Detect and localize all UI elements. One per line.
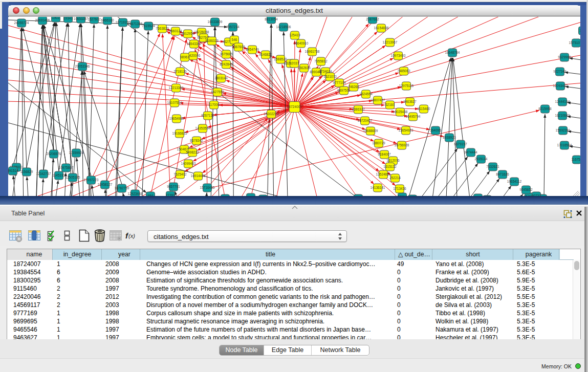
svg-text:10958127: 10958127 xyxy=(98,183,113,186)
svg-text:6897508: 6897508 xyxy=(337,89,351,92)
svg-text:12505185: 12505185 xyxy=(66,176,80,179)
svg-text:8427552: 8427552 xyxy=(211,90,224,94)
svg-text:17957223: 17957223 xyxy=(84,178,99,182)
svg-text:9227343: 9227343 xyxy=(553,70,567,73)
svg-text:7955812: 7955812 xyxy=(314,59,328,63)
svg-text:1880729: 1880729 xyxy=(372,141,385,145)
svg-text:9857791: 9857791 xyxy=(167,185,180,188)
svg-text:16543362: 16543362 xyxy=(187,42,202,46)
svg-text:1903: 1903 xyxy=(52,17,60,19)
svg-text:1527602: 1527602 xyxy=(88,17,101,21)
svg-text:10807457: 10807457 xyxy=(371,98,385,102)
svg-text:24055724: 24055724 xyxy=(14,21,29,25)
svg-text:3675685: 3675685 xyxy=(220,52,233,56)
svg-text:10025438: 10025438 xyxy=(393,110,408,114)
svg-text:12444194: 12444194 xyxy=(555,100,570,103)
svg-text:16107554: 16107554 xyxy=(167,101,182,104)
svg-text:16640910: 16640910 xyxy=(294,41,309,45)
svg-text:164095: 164095 xyxy=(430,128,441,132)
svg-text:6679197: 6679197 xyxy=(454,142,467,146)
svg-text:15302273: 15302273 xyxy=(264,112,279,116)
svg-text:13654923: 13654923 xyxy=(399,128,413,132)
svg-text:8938923: 8938923 xyxy=(443,136,456,139)
svg-text:12213369: 12213369 xyxy=(169,86,184,90)
svg-text:62160: 62160 xyxy=(385,103,395,106)
svg-text:7515524: 7515524 xyxy=(142,24,155,28)
svg-text:546: 546 xyxy=(232,38,237,41)
svg-text:19343: 19343 xyxy=(63,17,73,20)
svg-text:1713436: 1713436 xyxy=(393,187,406,190)
svg-text:8471626: 8471626 xyxy=(496,172,509,176)
svg-text:9463627: 9463627 xyxy=(403,100,417,103)
svg-text:15720407: 15720407 xyxy=(358,119,373,122)
svg-text:15716485: 15716485 xyxy=(200,186,215,189)
svg-text:17359924: 17359924 xyxy=(69,151,84,155)
svg-text:19166825: 19166825 xyxy=(172,132,187,135)
svg-text:12093423: 12093423 xyxy=(553,84,568,87)
svg-text:7857234: 7857234 xyxy=(226,25,239,29)
svg-text:2386322: 2386322 xyxy=(352,107,365,111)
svg-text:16782759: 16782759 xyxy=(115,186,129,190)
svg-text:5498222: 5498222 xyxy=(186,150,199,154)
svg-text:1156829: 1156829 xyxy=(20,170,33,173)
svg-text:8813054: 8813054 xyxy=(265,17,278,21)
svg-text:7663822: 7663822 xyxy=(156,27,169,30)
svg-text:8215958: 8215958 xyxy=(538,107,552,111)
svg-text:12342737: 12342737 xyxy=(36,172,51,176)
svg-text:7485063: 7485063 xyxy=(397,69,410,73)
svg-text:746266: 746266 xyxy=(348,85,359,89)
svg-text:16914479: 16914479 xyxy=(191,174,206,178)
svg-text:1588520: 1588520 xyxy=(274,57,287,61)
svg-text:9184067: 9184067 xyxy=(378,152,391,156)
svg-text:991514: 991514 xyxy=(8,169,18,172)
svg-text:1145193: 1145193 xyxy=(53,173,66,177)
svg-text:2718126: 2718126 xyxy=(173,70,187,73)
svg-text:10653287: 10653287 xyxy=(74,17,89,20)
svg-text:8267130: 8267130 xyxy=(201,114,214,117)
svg-text:117006: 117006 xyxy=(208,103,220,106)
svg-text:14353594: 14353594 xyxy=(195,126,210,130)
svg-text:9245652: 9245652 xyxy=(519,188,533,191)
svg-text:17016504: 17016504 xyxy=(557,143,572,147)
svg-text:15751074: 15751074 xyxy=(569,41,580,45)
svg-text:10688609: 10688609 xyxy=(363,129,378,133)
svg-text:16154838: 16154838 xyxy=(374,26,389,30)
svg-text:1824554: 1824554 xyxy=(359,92,373,96)
svg-text:9660124: 9660124 xyxy=(169,29,182,33)
svg-text:9146821: 9146821 xyxy=(259,53,272,56)
svg-text:16210643: 16210643 xyxy=(555,114,570,117)
svg-text:12213967: 12213967 xyxy=(383,40,398,44)
svg-text:14218506: 14218506 xyxy=(276,25,291,29)
svg-text:8912954: 8912954 xyxy=(181,32,194,35)
svg-text:12975115: 12975115 xyxy=(399,84,414,87)
svg-text:10975867: 10975867 xyxy=(59,166,74,169)
svg-text:18724007: 18724007 xyxy=(287,105,302,108)
svg-text:8678342: 8678342 xyxy=(190,139,203,142)
svg-text:19654985: 19654985 xyxy=(169,117,184,120)
svg-text:20053346: 20053346 xyxy=(75,64,90,68)
svg-text:20691406: 20691406 xyxy=(35,18,50,22)
svg-text:10973493: 10973493 xyxy=(391,54,406,57)
svg-text:8242848: 8242848 xyxy=(220,62,233,66)
svg-text:7625402: 7625402 xyxy=(173,172,187,176)
svg-text:15592391: 15592391 xyxy=(556,128,571,132)
svg-text:10654112: 10654112 xyxy=(507,180,522,183)
svg-text:9115460: 9115460 xyxy=(418,107,430,111)
svg-text:8454749: 8454749 xyxy=(246,48,259,51)
svg-text:2935114: 2935114 xyxy=(475,157,488,161)
svg-text:2087682: 2087682 xyxy=(366,17,379,21)
svg-text:12923448: 12923448 xyxy=(128,192,143,195)
svg-text:13524851: 13524851 xyxy=(376,172,391,176)
svg-text:16033809: 16033809 xyxy=(208,20,223,24)
svg-text:125419: 125419 xyxy=(289,33,300,37)
svg-text:16495794: 16495794 xyxy=(406,115,421,118)
svg-text:(x): (x) xyxy=(128,233,135,239)
svg-text:116753: 116753 xyxy=(571,158,580,161)
svg-text:98961: 98961 xyxy=(180,55,189,59)
svg-text:1621073: 1621073 xyxy=(323,75,337,78)
svg-text:7632621: 7632621 xyxy=(486,165,499,168)
svg-text:16756928: 16756928 xyxy=(395,143,409,147)
svg-text:15226058: 15226058 xyxy=(194,30,209,34)
svg-text:16648784: 16648784 xyxy=(445,51,460,54)
svg-text:8186323: 8186323 xyxy=(205,39,219,42)
